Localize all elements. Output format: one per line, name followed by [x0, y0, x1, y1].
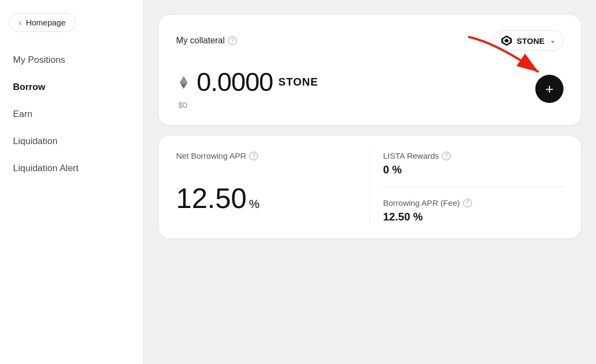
add-button-container: + [535, 75, 563, 103]
token-name: STONE [517, 36, 545, 46]
sidebar-nav: My Positions Borrow Earn Liquidation Liq… [9, 47, 134, 183]
net-borrowing-apr-text: Net Borrowing APR [176, 151, 246, 160]
collateral-card: My collateral ? STONE ⌄ [159, 15, 581, 125]
collateral-amount: 0.0000 STONE $0 [176, 67, 318, 110]
net-borrowing-apr-label: Net Borrowing APR ? [176, 151, 357, 160]
net-borrowing-apr-unit: % [249, 197, 260, 211]
amount-row: 0.0000 STONE [176, 67, 318, 97]
sidebar-item-label: Liquidation [13, 136, 57, 146]
lista-rewards-value: 0 % [383, 164, 563, 176]
borrow-right-section: LISTA Rewards ? 0 % Borrowing APR (Fee) … [370, 151, 563, 223]
homepage-button[interactable]: ‹ Homepage [9, 13, 76, 32]
net-borrowing-apr-info-icon[interactable]: ? [249, 152, 258, 160]
collateral-card-header: My collateral ? STONE ⌄ [176, 30, 563, 51]
usd-amount: $0 [178, 100, 187, 109]
collateral-body: 0.0000 STONE $0 + [176, 67, 563, 110]
collateral-info-icon[interactable]: ? [228, 36, 237, 45]
amount-token: STONE [278, 76, 319, 88]
net-borrowing-apr-value-container: 12.50 % [176, 182, 357, 214]
token-selector-button[interactable]: STONE ⌄ [493, 30, 563, 51]
sidebar-item-label: My Positions [13, 55, 65, 65]
collateral-title: My collateral ? [176, 36, 237, 46]
sidebar-item-earn[interactable]: Earn [9, 101, 134, 127]
chevron-left-icon: ‹ [19, 18, 22, 27]
homepage-label: Homepage [26, 18, 66, 27]
stone-token-icon [501, 35, 513, 47]
sidebar: ‹ Homepage My Positions Borrow Earn Liqu… [0, 0, 144, 364]
sidebar-item-liquidation[interactable]: Liquidation [9, 128, 134, 154]
sidebar-item-borrow[interactable]: Borrow [9, 74, 134, 100]
sidebar-item-label: Liquidation Alert [13, 163, 79, 173]
sidebar-item-liquidation-alert[interactable]: Liquidation Alert [9, 155, 134, 181]
borrowing-apr-value: 12.50 % [383, 211, 563, 223]
borrow-left-section: Net Borrowing APR ? 12.50 % [176, 151, 370, 223]
borrowing-apr-fee-section: Borrowing APR (Fee) ? 12.50 % [383, 198, 563, 223]
borrowing-card-body: Net Borrowing APR ? 12.50 % LISTA Reward… [176, 151, 563, 223]
sidebar-item-label: Earn [13, 109, 33, 119]
borrowing-apr-label: Borrowing APR (Fee) ? [383, 198, 563, 207]
sidebar-item-my-positions[interactable]: My Positions [9, 47, 134, 73]
lista-rewards-text: LISTA Rewards [383, 151, 439, 160]
amount-value: 0.0000 [197, 67, 273, 97]
lista-rewards-info-icon[interactable]: ? [442, 152, 451, 160]
divider [383, 187, 563, 187]
usd-value: $0 [176, 100, 318, 110]
eth-icon [176, 75, 191, 90]
add-collateral-button[interactable]: + [535, 75, 563, 103]
borrowing-apr-info-icon[interactable]: ? [463, 199, 472, 207]
lista-rewards-label: LISTA Rewards ? [383, 151, 563, 160]
main-content: My collateral ? STONE ⌄ [144, 0, 596, 364]
sidebar-item-label: Borrow [13, 82, 46, 92]
lista-rewards-section: LISTA Rewards ? 0 % [383, 151, 563, 176]
collateral-title-text: My collateral [176, 36, 225, 46]
plus-icon: + [545, 82, 553, 96]
net-borrowing-apr-value: 12.50 [176, 183, 247, 214]
borrowing-apr-text: Borrowing APR (Fee) [383, 198, 460, 207]
chevron-down-icon: ⌄ [550, 37, 555, 44]
borrowing-card: Net Borrowing APR ? 12.50 % LISTA Reward… [159, 136, 581, 238]
